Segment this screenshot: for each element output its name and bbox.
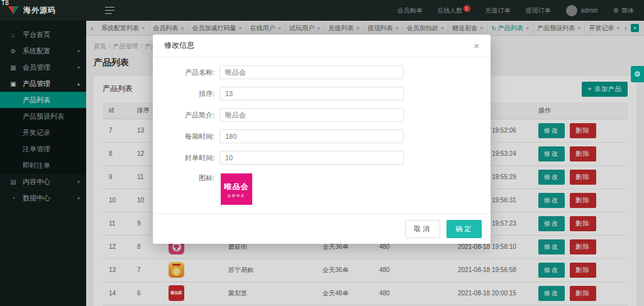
product-intro-label: 产品简介: — [153, 111, 214, 120]
product-icon-preview[interactable]: 唯品会 品牌特卖 — [219, 172, 253, 206]
product-name-input[interactable] — [219, 65, 404, 79]
period-time-label: 每期时间: — [153, 132, 214, 141]
close-icon[interactable]: × — [474, 40, 479, 51]
icon-label: 图标: — [153, 172, 214, 206]
sort-input[interactable] — [219, 87, 404, 101]
period-time-input[interactable] — [219, 129, 404, 143]
modal-footer: 取消 确定 — [153, 214, 491, 244]
theme-settings-button[interactable]: ⚙ — [631, 66, 644, 82]
vipshop-logo: 唯品会 品牌特卖 — [221, 173, 252, 205]
product-intro-input[interactable] — [219, 108, 404, 122]
close-time-input[interactable] — [219, 151, 404, 165]
confirm-button[interactable]: 确定 — [447, 220, 482, 238]
gear-icon: ⚙ — [634, 70, 641, 79]
cancel-button[interactable]: 取消 — [405, 220, 440, 238]
watermark-text: T8 — [1, 0, 9, 6]
sort-label: 排序: — [153, 89, 214, 99]
modal-title: 修改信息 — [164, 40, 194, 51]
close-time-label: 封单时间: — [153, 153, 214, 163]
modal-body: 产品名称: 排序: 产品简介: 每期时间: 封单时间: 图标: 唯品会 品牌特卖 — [153, 57, 491, 206]
edit-info-modal: 修改信息 × 产品名称: 排序: 产品简介: 每期时间: 封单时间: 图标: — [153, 35, 491, 244]
modal-header: 修改信息 × — [153, 35, 491, 57]
product-name-label: 产品名称: — [153, 68, 214, 77]
